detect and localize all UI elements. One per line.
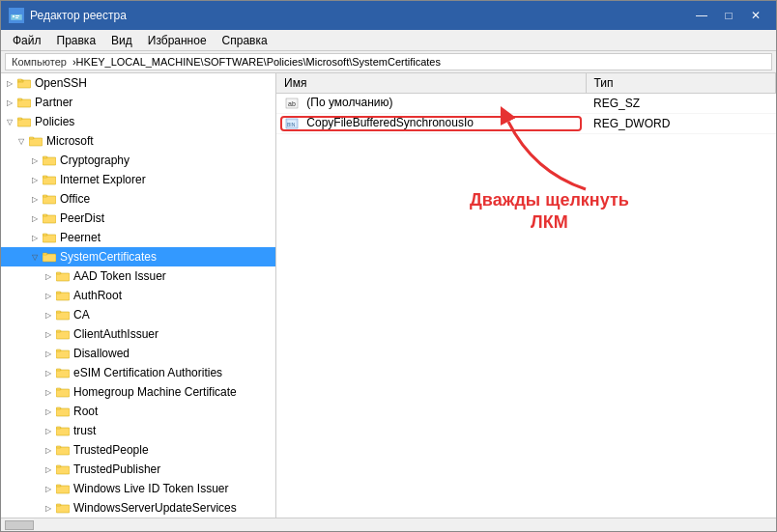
svg-rect-35 bbox=[56, 350, 61, 351]
table-row[interactable]: ab (По умолчанию) REG_SZ bbox=[276, 94, 776, 114]
tree-item-clientauth[interactable]: ▷ ClientAuthIssuer bbox=[1, 324, 275, 344]
tree-item-root[interactable]: ▷ Root bbox=[1, 402, 275, 421]
svg-rect-13 bbox=[29, 137, 34, 139]
tree-item-disallowed[interactable]: ▷ Disallowed bbox=[1, 344, 275, 363]
tree-item-windowslive[interactable]: ▷ Windows Live ID Token Issuer bbox=[1, 479, 275, 498]
svg-rect-31 bbox=[56, 311, 61, 313]
expander-peerdist[interactable]: ▷ bbox=[28, 211, 42, 225]
folder-icon-disallowed bbox=[55, 346, 71, 361]
tree-item-internet-explorer[interactable]: ▷ Internet Explorer bbox=[1, 170, 275, 189]
bottom-scrollbar[interactable] bbox=[1, 518, 776, 531]
folder-icon-esim bbox=[55, 365, 71, 380]
expander-microsoft[interactable]: ▽ bbox=[14, 134, 28, 148]
expander-aad[interactable]: ▷ bbox=[42, 269, 55, 283]
reg-type-default: REG_SZ bbox=[586, 94, 776, 114]
horizontal-scrollbar-thumb[interactable] bbox=[5, 520, 34, 530]
tree-item-office[interactable]: ▷ Office bbox=[1, 189, 275, 209]
expander-disallowed[interactable]: ▷ bbox=[42, 347, 55, 360]
tree-label-peernet: Peernet bbox=[60, 231, 101, 244]
tree-item-cryptography[interactable]: ▷ Cryptography bbox=[1, 151, 275, 170]
address-path[interactable]: HKEY_LOCAL_MACHINE\SOFTWARE\Policies\Mic… bbox=[76, 56, 441, 68]
folder-icon-windowsserver bbox=[55, 500, 71, 516]
tree-label-internet-explorer: Internet Explorer bbox=[60, 173, 146, 186]
expander-openssh[interactable]: ▷ bbox=[3, 76, 16, 90]
svg-rect-45 bbox=[56, 446, 61, 448]
folder-icon-trust bbox=[55, 423, 71, 438]
folder-icon-peerdist bbox=[42, 210, 57, 226]
menu-bar: Файл Правка Вид Избранное Справка bbox=[1, 30, 776, 51]
title-bar: Редактор реестра — □ ✕ bbox=[1, 1, 776, 30]
menu-file[interactable]: Файл bbox=[5, 32, 49, 49]
tree-label-trustedpeople: TrustedPeople bbox=[73, 443, 149, 457]
registry-tree[interactable]: ▷ OpenSSH ▷ Partner ▽ Policie bbox=[1, 73, 276, 518]
folder-icon-cryptography bbox=[42, 153, 57, 168]
tree-item-trust[interactable]: ▷ trust bbox=[1, 421, 275, 440]
svg-rect-4 bbox=[15, 17, 18, 18]
tree-item-homegroup[interactable]: ▷ Homegroup Machine Certificate bbox=[1, 382, 275, 402]
expander-root[interactable]: ▷ bbox=[42, 405, 55, 418]
expander-esim[interactable]: ▷ bbox=[42, 366, 55, 379]
svg-rect-21 bbox=[43, 214, 47, 216]
tree-item-authroot[interactable]: ▷ AuthRoot bbox=[1, 286, 275, 305]
app-icon bbox=[9, 8, 24, 23]
expander-cryptography[interactable]: ▷ bbox=[28, 154, 42, 167]
svg-rect-43 bbox=[56, 427, 61, 429]
tree-item-systemcertificates[interactable]: ▽ SystemCertificates bbox=[1, 247, 275, 266]
svg-rect-15 bbox=[43, 156, 47, 158]
reg-name-default: ab (По умолчанию) bbox=[276, 94, 586, 114]
expander-clientauth[interactable]: ▷ bbox=[42, 327, 55, 341]
svg-rect-11 bbox=[17, 118, 22, 120]
svg-text:BIN: BIN bbox=[287, 122, 296, 127]
tree-item-trustedpeople[interactable]: ▷ TrustedPeople bbox=[1, 440, 275, 460]
folder-icon-partner bbox=[16, 95, 32, 110]
expander-partner[interactable]: ▷ bbox=[3, 96, 16, 109]
tree-label-root: Root bbox=[73, 405, 98, 418]
menu-help[interactable]: Справка bbox=[215, 32, 275, 49]
tree-item-microsoft[interactable]: ▽ Microsoft bbox=[1, 131, 275, 151]
reg-type-copyfile: REG_DWORD bbox=[586, 114, 776, 134]
menu-edit[interactable]: Правка bbox=[49, 32, 104, 49]
menu-view[interactable]: Вид bbox=[103, 32, 140, 49]
tree-item-openssh[interactable]: ▷ OpenSSH bbox=[1, 73, 275, 93]
folder-icon-trustedpeople bbox=[55, 442, 71, 458]
expander-homegroup[interactable]: ▷ bbox=[42, 385, 55, 399]
tree-item-policies[interactable]: ▽ Policies bbox=[1, 112, 275, 131]
expander-trustedpublisher[interactable]: ▷ bbox=[42, 462, 55, 476]
tree-item-partner[interactable]: ▷ Partner bbox=[1, 93, 275, 112]
expander-ca[interactable]: ▷ bbox=[42, 308, 55, 322]
expander-office[interactable]: ▷ bbox=[28, 192, 42, 206]
close-button[interactable]: ✕ bbox=[743, 6, 768, 25]
svg-rect-29 bbox=[56, 292, 61, 294]
svg-rect-1 bbox=[11, 12, 22, 14]
minimize-button[interactable]: — bbox=[689, 6, 714, 25]
annotation-area: Дважды щелкнуть ЛКМ bbox=[470, 189, 629, 235]
tree-label-aad: AAD Token Issuer bbox=[73, 269, 166, 283]
folder-icon-office bbox=[42, 191, 57, 207]
menu-favorites[interactable]: Избранное bbox=[140, 32, 215, 49]
expander-internet-explorer[interactable]: ▷ bbox=[28, 173, 42, 186]
tree-item-peernet[interactable]: ▷ Peernet bbox=[1, 228, 275, 247]
tree-item-esim[interactable]: ▷ eSIM Certification Authorities bbox=[1, 363, 275, 382]
tree-label-peerdist: PeerDist bbox=[60, 211, 104, 225]
expander-authroot[interactable]: ▷ bbox=[42, 289, 55, 302]
expander-trust[interactable]: ▷ bbox=[42, 424, 55, 437]
tree-item-peerdist[interactable]: ▷ PeerDist bbox=[1, 209, 275, 228]
tree-item-aad[interactable]: ▷ AAD Token Issuer bbox=[1, 266, 275, 286]
tree-label-trust: trust bbox=[73, 424, 96, 437]
reg-dword-icon: BIN bbox=[284, 116, 300, 131]
expander-trustedpeople[interactable]: ▷ bbox=[42, 443, 55, 457]
expander-windowslive[interactable]: ▷ bbox=[42, 482, 55, 495]
tree-item-windowsserver[interactable]: ▷ WindowsServerUpdateServices bbox=[1, 498, 275, 518]
tree-label-partner: Partner bbox=[35, 96, 72, 109]
expander-windowsserver[interactable]: ▷ bbox=[42, 501, 55, 515]
tree-item-ca[interactable]: ▷ CA bbox=[1, 305, 275, 324]
maximize-button[interactable]: □ bbox=[716, 6, 741, 25]
expander-peernet[interactable]: ▷ bbox=[28, 231, 42, 244]
folder-icon-authroot bbox=[55, 288, 71, 303]
expander-systemcertificates[interactable]: ▽ bbox=[28, 250, 42, 264]
table-row-highlighted[interactable]: BIN CopyFileBufferedSynchronousIo REG_DW… bbox=[276, 114, 776, 134]
tree-item-trustedpublisher[interactable]: ▷ TrustedPublisher bbox=[1, 460, 275, 479]
expander-policies[interactable]: ▽ bbox=[3, 115, 16, 128]
tree-label-cryptography: Cryptography bbox=[60, 154, 130, 167]
folder-icon-peernet bbox=[42, 230, 57, 245]
